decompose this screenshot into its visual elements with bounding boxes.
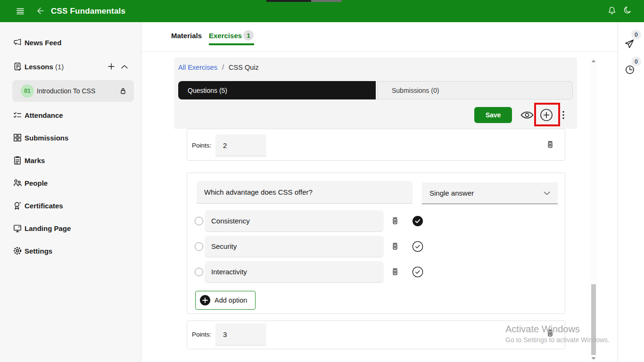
points-label: Points: xyxy=(192,331,211,338)
correct-answer-toggle-checked[interactable] xyxy=(412,215,423,227)
megaphone-icon xyxy=(13,38,22,47)
back-arrow-icon[interactable] xyxy=(35,6,45,16)
sidebar-item-label: Certificates xyxy=(25,202,63,210)
correct-answer-toggle[interactable] xyxy=(412,266,423,278)
correct-answer-toggle[interactable] xyxy=(412,241,423,252)
sidebar-item-attendance[interactable]: Attendance xyxy=(0,104,141,126)
clock-icon[interactable] xyxy=(625,65,635,75)
moon-icon[interactable] xyxy=(623,6,632,16)
add-option-label: Add option xyxy=(215,296,247,304)
question-card: Single answer xyxy=(187,173,565,314)
segment-questions[interactable]: Questions (5) xyxy=(178,81,376,99)
sidebar-item-label: Submissions xyxy=(25,134,68,142)
points-input[interactable] xyxy=(215,323,266,346)
scrollbar-down-arrow[interactable] xyxy=(592,357,595,360)
timer-count-badge: 0 xyxy=(631,57,641,66)
tabbar-divider xyxy=(141,51,618,52)
plus-circle-icon xyxy=(200,295,210,305)
add-option-button[interactable]: Add option xyxy=(195,291,256,310)
sidebar-item-label: Landing Page xyxy=(25,224,71,232)
sidebar-item-marks[interactable]: Marks xyxy=(0,149,141,172)
people-icon xyxy=(13,178,22,188)
sidebar-item-label: Marks xyxy=(25,156,45,165)
save-button[interactable]: Save xyxy=(474,107,512,123)
monitor-icon xyxy=(13,223,22,233)
send-icon[interactable] xyxy=(624,39,635,49)
option-radio[interactable] xyxy=(195,242,203,251)
preview-eye-icon[interactable] xyxy=(520,110,534,120)
activate-windows-watermark-sub: Go to Settings to activate Windows. xyxy=(505,336,610,344)
lessons-count: (1) xyxy=(55,63,64,71)
question-footer-card-prev: Points: xyxy=(187,129,565,161)
sidebar-item-label: People xyxy=(25,179,48,187)
bell-icon[interactable] xyxy=(607,6,617,16)
breadcrumb-current: CSS Quiz xyxy=(229,64,259,71)
sidebar-item-certificates[interactable]: Certificates xyxy=(0,194,141,217)
breadcrumb-separator: / xyxy=(219,64,227,71)
lesson-title: Introduction To CSS xyxy=(37,80,95,102)
scrollbar-up-arrow[interactable] xyxy=(592,60,595,62)
app-header: CSS Fundamentals xyxy=(0,0,644,22)
chevron-down-icon xyxy=(544,191,550,195)
clipboard-icon xyxy=(13,156,22,165)
question-text-input[interactable] xyxy=(197,181,413,204)
sidebar-item-news-feed[interactable]: News Feed xyxy=(0,31,141,54)
kebab-menu-icon[interactable] xyxy=(562,111,564,119)
option-text-input[interactable] xyxy=(205,210,384,232)
option-radio[interactable] xyxy=(195,217,203,225)
sidebar-item-lessons[interactable]: Lessons (1) xyxy=(0,55,141,78)
exercises-count-badge: 1 xyxy=(243,30,254,41)
tab-exercises[interactable]: Exercises xyxy=(209,32,242,40)
answer-type-dropdown[interactable]: Single answer xyxy=(422,182,558,204)
active-tab-underline xyxy=(209,43,254,45)
segment-submissions[interactable]: Submissions (0) xyxy=(377,81,573,99)
course-title: CSS Fundamentals xyxy=(51,0,125,22)
sidebar-item-people[interactable]: People xyxy=(0,172,141,194)
right-rail-divider xyxy=(618,22,618,362)
checklist-icon xyxy=(13,110,22,120)
certificate-ribbon-icon xyxy=(13,201,22,210)
sidebar-item-label: News Feed xyxy=(25,39,61,47)
option-text-input[interactable] xyxy=(205,261,384,283)
video-progress-artifact-dark xyxy=(266,0,311,2)
lessons-notebook-icon xyxy=(13,62,22,71)
send-count-badge: 0 xyxy=(631,30,641,40)
lessons-label: Lessons xyxy=(25,63,53,71)
lesson-number-badge: 01 xyxy=(21,84,34,98)
sidebar: News Feed Lessons (1) 01 xyxy=(0,22,141,362)
sidebar-item-label: Attendance xyxy=(25,111,63,119)
delete-question-icon[interactable] xyxy=(545,140,555,149)
option-text-input[interactable] xyxy=(205,236,384,257)
scrollbar-thumb[interactable] xyxy=(591,284,596,355)
app-window: CSS Fundamentals News Feed xyxy=(0,0,644,362)
points-label: Points: xyxy=(192,142,211,149)
video-progress-artifact-gray xyxy=(311,0,342,2)
delete-option-icon[interactable] xyxy=(390,267,400,277)
lock-icon xyxy=(119,87,127,95)
hamburger-menu-icon[interactable] xyxy=(16,7,25,16)
sidebar-item-landing-page[interactable]: Landing Page xyxy=(0,217,141,239)
delete-option-icon[interactable] xyxy=(390,216,400,226)
breadcrumb: All Exercises / CSS Quiz xyxy=(178,64,259,71)
sidebar-item-settings[interactable]: Settings xyxy=(0,239,141,262)
breadcrumb-all-exercises[interactable]: All Exercises xyxy=(178,64,217,71)
exercise-header-panel: All Exercises / CSS Quiz Questions (5) S… xyxy=(174,58,577,129)
chevron-up-icon[interactable] xyxy=(121,65,128,69)
answer-type-value: Single answer xyxy=(429,189,474,197)
points-input[interactable] xyxy=(215,134,266,156)
delete-option-icon[interactable] xyxy=(390,242,400,251)
sidebar-item-label: Settings xyxy=(25,247,52,255)
lesson-item-introduction-to-css[interactable]: 01 Introduction To CSS xyxy=(12,80,134,102)
option-radio[interactable] xyxy=(195,268,203,276)
activate-windows-watermark: Activate Windows xyxy=(505,324,580,335)
grid-icon xyxy=(13,133,22,142)
tab-materials[interactable]: Materials xyxy=(171,32,202,40)
highlight-annotation-box xyxy=(534,103,560,126)
sidebar-item-submissions[interactable]: Submissions xyxy=(0,126,141,149)
add-lesson-icon[interactable] xyxy=(108,63,115,70)
gear-icon xyxy=(13,246,22,255)
